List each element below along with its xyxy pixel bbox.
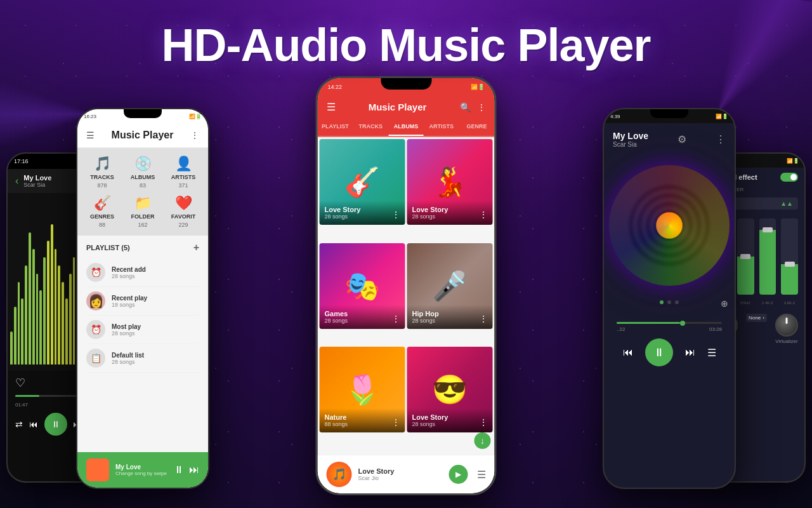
stat-favorites[interactable]: ❤️ FAVORIT 229	[166, 195, 200, 228]
stat-albums[interactable]: 💿 ALBUMS 83	[126, 156, 160, 189]
hamburger-icon[interactable]: ☰	[327, 101, 336, 113]
notch-4	[650, 109, 688, 118]
album-card-4[interactable]: 🌷 Nature 88 songs ⋮	[320, 347, 405, 432]
album-card-5[interactable]: 😎 Love Story 28 songs ⋮	[407, 347, 493, 432]
playlist-item-2[interactable]: ⏰ Most play 28 songs	[86, 316, 199, 344]
vinyl-container	[604, 156, 735, 295]
screen-3: 14:22 📶🔋 ☰ Music Player 🔍 ⋮ PLAYLIST TRA…	[318, 78, 495, 493]
album-card-0[interactable]: 🎸 Love Story 28 songs ⋮	[320, 139, 405, 225]
stats-grid: 🎵 TRACKS 878 💿 ALBUMS 83 👤 ARTISTS 371 🎸…	[77, 148, 208, 236]
time-2: 16:23	[84, 114, 96, 119]
playlist-songs-2: 28 songs	[112, 330, 141, 337]
vinyl-record	[609, 165, 730, 286]
time-4: 4:39	[610, 114, 620, 119]
song-title-4: My Love	[613, 131, 648, 141]
add-playlist-button[interactable]: +	[193, 242, 199, 253]
playlist-name-2: Most play	[112, 323, 141, 330]
phone-albums: 14:22 📶🔋 ☰ Music Player 🔍 ⋮ PLAYLIST TRA…	[316, 76, 497, 495]
app-header-3: ☰ Music Player 🔍 ⋮	[318, 96, 495, 118]
mini-queue-icon[interactable]: ☰	[477, 469, 486, 481]
album-more-0[interactable]: ⋮	[391, 210, 400, 220]
freq-1: 8'0HZ	[737, 301, 754, 305]
pause-icon-2[interactable]: ⏸	[174, 464, 184, 476]
stat-tracks[interactable]: 🎵 TRACKS 878	[85, 156, 119, 189]
album-name-1: Love Story	[412, 206, 488, 213]
menu-icon[interactable]: ☰	[86, 130, 95, 140]
stat-folder[interactable]: 📁 FOLDER 162	[126, 195, 160, 228]
back-icon[interactable]: ‹	[15, 175, 18, 187]
album-more-2[interactable]: ⋮	[391, 314, 400, 324]
playlist-item-3[interactable]: 📋 Default list 28 songs	[86, 344, 199, 373]
current-time-1: 01:47	[15, 402, 28, 408]
playlist-name-3: Default list	[112, 352, 144, 359]
eq-handle-1[interactable]	[740, 254, 750, 259]
mini-player-3[interactable]: 🎵 Love Story Scar Jio ▶ ☰	[318, 455, 495, 493]
tab-tracks[interactable]: TRACKS	[353, 118, 388, 136]
page-dots	[604, 300, 735, 304]
artists-icon: 👤	[175, 156, 192, 172]
mini-play-button[interactable]: ▶	[449, 465, 468, 484]
eq-settings-icon[interactable]: ⚙	[678, 133, 686, 145]
virtualizer-knob[interactable]	[775, 314, 798, 337]
fav-icon: ❤️	[175, 195, 192, 211]
queue-icon-4[interactable]: ☰	[707, 347, 716, 359]
folder-num: 162	[138, 222, 147, 228]
prev-icon[interactable]: ⏮	[29, 419, 38, 429]
playlist-item-1[interactable]: 👩 Recent play 18 songs	[86, 287, 199, 316]
notch-2	[124, 109, 162, 118]
progress-row-4[interactable]	[617, 322, 722, 324]
zoom-icon[interactable]: ⊕	[721, 298, 728, 309]
search-icon[interactable]: 🔍	[460, 102, 471, 112]
tab-playlist[interactable]: PLAYLIST	[318, 118, 353, 136]
albums-grid: 🎸 Love Story 28 songs ⋮ 💃 Love Story 28 …	[318, 137, 495, 451]
eq-handle-3[interactable]	[785, 262, 795, 267]
more-options-icon[interactable]: ⋮	[477, 102, 486, 112]
album-card-2[interactable]: 🎭 Games 28 songs ⋮	[320, 243, 405, 329]
eq-track-2[interactable]	[759, 218, 776, 295]
page-title: HD-Audio Music Player	[0, 19, 812, 71]
playlist-item-0[interactable]: ⏰ Recent add 28 songs	[86, 258, 199, 287]
screen-4: 4:39 📶🔋 My Love Scar Sia ⚙ ⋮	[604, 109, 735, 488]
virtualizer-label: Virtualizer	[775, 338, 797, 344]
vinyl-rainbow	[609, 165, 730, 286]
now-playing-bar-2[interactable]: My Love Change song by swipe ⏸ ⏭	[77, 452, 208, 488]
genres-num: 88	[99, 222, 105, 228]
artists-num: 371	[178, 182, 188, 189]
play-button-4[interactable]: ⏸	[645, 338, 673, 366]
tab-artists[interactable]: ARTISTS	[424, 118, 459, 136]
album-more-5[interactable]: ⋮	[479, 417, 488, 427]
eq-track-1[interactable]	[737, 218, 754, 295]
now-info-2: My Love Change song by swipe	[115, 464, 167, 476]
album-more-3[interactable]: ⋮	[479, 314, 488, 324]
phone-playlist: 16:23 📶🔋 ☰ Music Player ⋮ 🎵 TRACKS 878 💿…	[76, 108, 209, 489]
shuffle-icon[interactable]: ⇄	[15, 419, 23, 429]
time-3: 14:22	[328, 84, 343, 90]
stat-genres[interactable]: 🎸 GENRES 88	[85, 195, 119, 228]
preset-arrows: ▲▲	[780, 200, 793, 207]
stat-artists[interactable]: 👤 ARTISTS 371	[166, 156, 200, 189]
arrows-up-icon: ▲▲	[780, 200, 793, 207]
tab-genre[interactable]: GENRE	[459, 118, 495, 136]
more-icon[interactable]: ⋮	[190, 130, 199, 140]
play-button-1[interactable]: ⏸	[44, 413, 67, 436]
album-more-1[interactable]: ⋮	[479, 210, 488, 220]
mini-title-3: Love Story	[358, 467, 395, 475]
prev-icon-4[interactable]: ⏮	[623, 347, 633, 358]
progress-fill-1	[15, 395, 39, 397]
eq-toggle[interactable]	[780, 173, 798, 182]
next-icon-4[interactable]: ⏭	[685, 347, 695, 358]
scroll-fab[interactable]: ↓	[475, 432, 491, 449]
eq-handle-2[interactable]	[763, 227, 773, 232]
chevron-right-icon: ›	[763, 315, 764, 321]
tab-albums[interactable]: ALBUMS	[388, 118, 424, 136]
next-icon-2[interactable]: ⏭	[189, 464, 199, 476]
none-label: None	[749, 315, 761, 321]
album-card-1[interactable]: 💃 Love Story 28 songs ⋮	[407, 139, 493, 225]
album-songs-5: 28 songs	[412, 421, 488, 427]
album-card-3[interactable]: 🎤 Hip Hop 28 songs ⋮	[407, 243, 493, 329]
eq-track-3[interactable]	[781, 218, 798, 295]
heart-icon[interactable]: ♡	[15, 377, 25, 389]
album-more-4[interactable]: ⋮	[391, 417, 400, 427]
more-icon-4[interactable]: ⋮	[716, 133, 726, 145]
none-select[interactable]: None ›	[746, 314, 767, 322]
